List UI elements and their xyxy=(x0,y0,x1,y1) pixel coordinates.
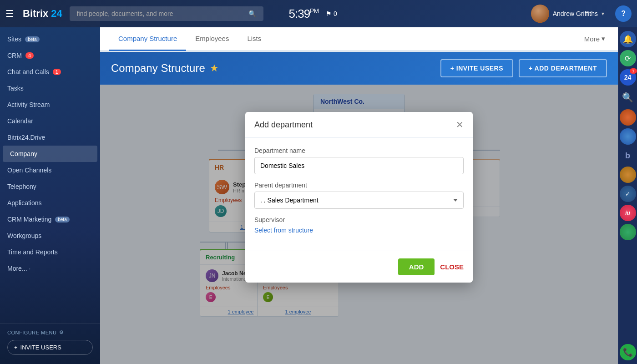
sidebar-item-company[interactable]: Company xyxy=(3,146,97,162)
add-department-button[interactable]: + ADD DEPARTMENT xyxy=(519,59,607,77)
modal-header: Add department ✕ xyxy=(245,112,473,138)
org-chart-area: NorthWest Co. 👤 Andrew Griffiths Preside… xyxy=(100,85,618,364)
sidebar-item-chat[interactable]: Chat and Calls 1 xyxy=(0,64,100,80)
modal-body: Department name Parent department . . Sa… xyxy=(245,138,473,251)
contact-avatar[interactable] xyxy=(620,128,636,145)
sidebar-bottom: CONFIGURE MENU ⚙ + INVITE USERS xyxy=(0,324,100,360)
n24-button[interactable]: 24 1 xyxy=(620,69,636,86)
contact-avatar[interactable]: ✓ xyxy=(620,186,636,202)
sidebar-item-drive[interactable]: Bitrix24.Drive xyxy=(0,129,100,146)
chevron-down-icon: ▾ xyxy=(602,10,604,17)
add-department-modal: Add department ✕ Department name Parent … xyxy=(245,112,473,283)
tabs-more[interactable]: More ▾ xyxy=(581,27,609,50)
modal-footer: ADD CLOSE xyxy=(245,251,473,283)
configure-menu-label: CONFIGURE MENU xyxy=(7,330,56,335)
contact-avatar[interactable] xyxy=(620,224,636,240)
dept-name-label: Department name xyxy=(254,147,464,154)
sidebar-item-calendar[interactable]: Calendar xyxy=(0,113,100,129)
contact-avatar[interactable] xyxy=(620,167,636,183)
gear-icon: ⚙ xyxy=(59,329,64,335)
sidebar-item-label: Open Channels xyxy=(7,167,51,174)
contact-avatar-iu[interactable]: iu xyxy=(620,205,636,221)
sidebar-badge-crm: 4 xyxy=(25,52,34,59)
search-icon[interactable]: 🔍 xyxy=(618,88,637,106)
sidebar-item-label: Company xyxy=(10,150,37,157)
page-title: Company Structure ★ xyxy=(111,62,435,75)
configure-menu[interactable]: CONFIGURE MENU ⚙ xyxy=(7,329,93,335)
dept-name-input[interactable] xyxy=(254,157,464,174)
app-number: 24 xyxy=(51,8,62,20)
search-input[interactable] xyxy=(77,10,245,17)
username: Andrew Griffiths xyxy=(553,10,598,17)
sidebar-item-tasks[interactable]: Tasks xyxy=(0,80,100,96)
right-sidebar: 🔔 ⟳ 24 1 🔍 b ✓ iu 📞 xyxy=(618,27,637,364)
page-title-bar: Company Structure ★ + INVITE USERS + ADD… xyxy=(100,52,618,85)
tab-lists[interactable]: Lists xyxy=(238,27,270,51)
plus-icon: + xyxy=(14,344,18,351)
invite-users-label: INVITE USERS xyxy=(20,344,61,351)
notifications-button[interactable]: 🔔 xyxy=(620,31,636,47)
favorite-star-icon[interactable]: ★ xyxy=(210,62,219,74)
topbar-flag: ⚑ 0 xyxy=(326,10,337,17)
sidebar-item-label: Telephony xyxy=(7,183,36,190)
invite-users-button[interactable]: + INVITE USERS xyxy=(7,340,93,355)
activity-button[interactable]: ⟳ xyxy=(620,50,636,66)
parent-dept-label: Parent department xyxy=(254,182,464,189)
contact-avatar[interactable] xyxy=(620,109,636,126)
sidebar-badge-sites: beta xyxy=(25,36,39,42)
sidebar-item-channels[interactable]: Open Channels xyxy=(0,162,100,178)
sidebar-item-time-reports[interactable]: Time and Reports xyxy=(0,244,100,260)
sidebar-item-telephony[interactable]: Telephony xyxy=(0,178,100,195)
sidebar-item-activity[interactable]: Activity Stream xyxy=(0,96,100,113)
sidebar-item-crm-marketing[interactable]: CRM Marketing beta xyxy=(0,211,100,228)
add-button[interactable]: ADD xyxy=(398,258,435,275)
parent-dept-select[interactable]: . . Sales Department xyxy=(254,192,464,209)
sidebar-badge-chat: 1 xyxy=(53,69,61,75)
topbar: ☰ Bitrix 24 🔍 5:39PM ⚑ 0 Andrew Griffith… xyxy=(0,0,637,27)
help-button[interactable]: ? xyxy=(615,5,632,22)
content-header: Company Structure Employees Lists More ▾ xyxy=(100,27,618,52)
modal-overlay: Add department ✕ Department name Parent … xyxy=(100,85,618,364)
close-modal-button[interactable]: CLOSE xyxy=(440,263,464,271)
sidebar-item-label: Workgroups xyxy=(7,232,41,239)
topbar-time: 5:39PM xyxy=(289,7,319,21)
avatar xyxy=(531,5,549,23)
chevron-down-icon: ▾ xyxy=(602,35,605,43)
sidebar-item-label: Activity Stream xyxy=(7,101,50,108)
hamburger-icon[interactable]: ☰ xyxy=(5,8,14,19)
invite-users-button[interactable]: + INVITE USERS xyxy=(440,59,513,77)
sidebar-item-applications[interactable]: Applications xyxy=(0,195,100,211)
parent-dept-group: Parent department . . Sales Department xyxy=(254,182,464,209)
user-menu[interactable]: Andrew Griffiths ▾ xyxy=(531,5,604,23)
sidebar-item-label: More... · xyxy=(7,265,30,272)
phone-icon[interactable]: 📞 xyxy=(620,344,636,360)
sidebar-item-label: Tasks xyxy=(7,85,24,92)
select-from-structure-link[interactable]: Select from structure xyxy=(254,227,313,234)
sidebar-item-label: Time and Reports xyxy=(7,248,58,256)
sidebar-item-label: CRM Marketing xyxy=(7,216,51,223)
sidebar-item-crm[interactable]: CRM 4 xyxy=(0,47,100,64)
sidebar-item-label: CRM xyxy=(7,52,22,59)
modal-title: Add department xyxy=(254,120,313,130)
search-icon: 🔍 xyxy=(248,10,256,17)
main-layout: Sites beta CRM 4 Chat and Calls 1 Tasks … xyxy=(0,27,637,364)
sidebar-item-label: Bitrix24.Drive xyxy=(7,134,45,141)
sidebar-item-workgroups[interactable]: Workgroups xyxy=(0,228,100,244)
tab-company-structure[interactable]: Company Structure xyxy=(109,27,186,51)
sidebar-item-label: Sites xyxy=(7,35,21,43)
dept-name-group: Department name xyxy=(254,147,464,174)
sidebar-item-label: Chat and Calls xyxy=(7,68,49,76)
sidebar-item-label: Calendar xyxy=(7,117,33,125)
sidebar: Sites beta CRM 4 Chat and Calls 1 Tasks … xyxy=(0,27,100,364)
supervisor-label: Supervisor xyxy=(254,216,464,223)
sidebar-item-sites[interactable]: Sites beta xyxy=(0,31,100,47)
notification-badge: 1 xyxy=(630,68,637,74)
phone-button[interactable]: 📞 xyxy=(620,344,636,360)
sidebar-item-more[interactable]: More... · xyxy=(0,260,100,277)
close-icon[interactable]: ✕ xyxy=(456,119,464,130)
sidebar-badge-crm-marketing: beta xyxy=(55,217,69,222)
search-bar[interactable]: 🔍 xyxy=(70,6,263,21)
contact-avatar-b[interactable]: b xyxy=(620,147,636,164)
app-logo: Bitrix 24 xyxy=(23,8,62,20)
tab-employees[interactable]: Employees xyxy=(186,27,238,51)
